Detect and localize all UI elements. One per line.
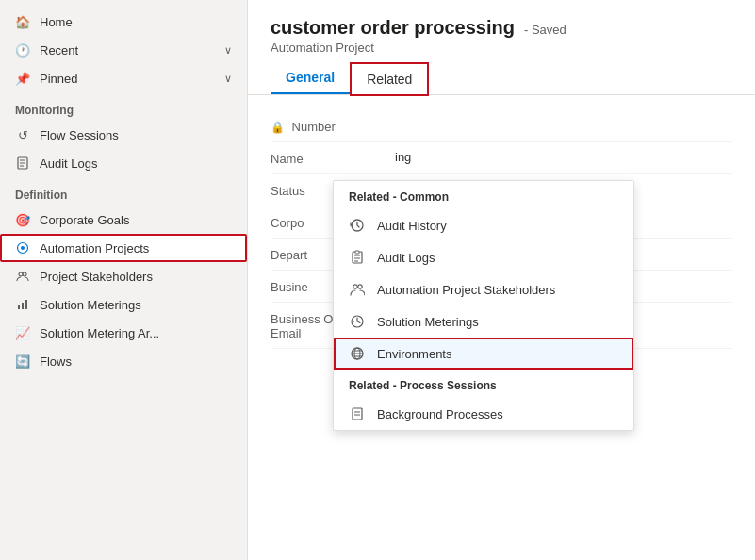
home-icon: 🏠 [15, 14, 30, 29]
main-header: customer order processing - Saved Automa… [248, 0, 755, 95]
dropdown-label-environments: Environments [377, 347, 451, 361]
svg-point-18 [358, 285, 362, 288]
sidebar-item-corporate-goals[interactable]: 🎯 Corporate Goals [0, 206, 247, 234]
sidebar-item-solution-metering-ar[interactable]: 📈 Solution Metering Ar... [0, 319, 247, 347]
solution-meterings-dd-icon [349, 313, 366, 330]
lock-icon: 🔒 [271, 121, 285, 134]
form-label-number: 🔒 Number [271, 118, 384, 134]
dropdown-label-audit-logs: Audit Logs [377, 251, 435, 265]
svg-point-5 [21, 246, 25, 250]
recent-icon: 🕐 [15, 42, 30, 58]
dropdown-label-audit-history: Audit History [377, 219, 447, 233]
sidebar-item-home[interactable]: 🏠 Home [0, 8, 247, 36]
dropdown-label-solution-meterings: Solution Meterings [377, 315, 479, 329]
svg-point-17 [353, 285, 357, 288]
sidebar-label-audit-logs: Audit Logs [40, 156, 232, 171]
project-stakeholders-icon [15, 269, 30, 284]
page-subtitle: Automation Project [271, 41, 732, 55]
audit-logs-dd-icon [349, 249, 366, 266]
svg-point-6 [19, 272, 23, 276]
form-area: 🔒 Number Name ing Status Corpo h Aut... … [248, 95, 755, 560]
sidebar-label-corporate-goals: Corporate Goals [40, 213, 232, 227]
main-content: customer order processing - Saved Automa… [248, 0, 755, 560]
form-value-name: ing [395, 150, 732, 164]
form-row-number: 🔒 Number [271, 110, 732, 142]
svg-rect-10 [25, 300, 27, 309]
dropdown-item-automation-project-stakeholders[interactable]: Automation Project Stakeholders [334, 273, 633, 305]
form-label-name: Name [271, 150, 384, 166]
sidebar-item-flows[interactable]: 🔄 Flows [0, 347, 247, 375]
dropdown-item-audit-history[interactable]: Audit History [334, 209, 633, 241]
sidebar: 🏠 Home 🕐 Recent ∨ 📌 Pinned ∨ Monitoring … [0, 0, 248, 560]
dropdown-item-environments[interactable]: Environments [334, 338, 633, 370]
sidebar-item-solution-meterings[interactable]: Solution Meterings [0, 290, 247, 319]
environments-icon [349, 345, 366, 362]
sidebar-item-automation-projects[interactable]: Automation Projects [0, 234, 247, 262]
sidebar-label-solution-meterings: Solution Meterings [40, 298, 232, 312]
dropdown-item-solution-meterings[interactable]: Solution Meterings [334, 305, 633, 338]
sidebar-label-flow-sessions: Flow Sessions [40, 128, 232, 142]
related-dropdown: Related - Common Audit History [333, 180, 634, 431]
solution-metering-ar-icon: 📈 [15, 325, 30, 340]
svg-rect-8 [18, 305, 20, 309]
flow-sessions-icon: ↺ [15, 127, 30, 142]
pinned-icon: 📌 [15, 71, 30, 86]
tab-related[interactable]: Related [350, 62, 429, 96]
recent-chevron-icon: ∨ [224, 44, 232, 57]
solution-meterings-icon [15, 297, 30, 312]
pinned-chevron-icon: ∨ [224, 73, 232, 85]
dropdown-section-common-header: Related - Common [334, 181, 633, 209]
sidebar-label-recent: Recent [40, 43, 215, 58]
dropdown-item-audit-logs[interactable]: Audit Logs [334, 241, 633, 273]
audit-logs-icon [15, 156, 30, 171]
background-processes-icon [349, 405, 366, 422]
sidebar-label-solution-metering-ar: Solution Metering Ar... [40, 326, 232, 340]
svg-rect-9 [22, 303, 24, 309]
sidebar-item-recent[interactable]: 🕐 Recent ∨ [0, 36, 247, 64]
monitoring-section-header: Monitoring [0, 92, 247, 121]
flows-icon: 🔄 [15, 354, 30, 369]
sidebar-label-home: Home [40, 15, 232, 29]
sidebar-item-flow-sessions[interactable]: ↺ Flow Sessions [0, 121, 247, 149]
automation-projects-icon [15, 240, 30, 255]
corporate-goals-icon: 🎯 [15, 212, 30, 227]
audit-history-icon [349, 217, 366, 234]
dropdown-label-ap-stakeholders: Automation Project Stakeholders [377, 283, 555, 297]
dropdown-section-process-header: Related - Process Sessions [334, 370, 633, 398]
dropdown-label-background-processes: Background Processes [377, 407, 503, 421]
definition-section-header: Definition [0, 177, 247, 206]
sidebar-item-audit-logs[interactable]: Audit Logs [0, 149, 247, 177]
page-title: customer order processing [271, 17, 515, 39]
sidebar-label-project-stakeholders: Project Stakeholders [40, 270, 232, 284]
sidebar-label-automation-projects: Automation Projects [40, 241, 232, 255]
saved-status: - Saved [524, 23, 566, 37]
sidebar-item-pinned[interactable]: 📌 Pinned ∨ [0, 64, 247, 92]
tab-general[interactable]: General [271, 62, 350, 94]
svg-point-7 [23, 272, 26, 276]
form-row-name: Name ing [271, 142, 732, 174]
svg-rect-16 [355, 251, 359, 254]
ap-stakeholders-icon [349, 281, 366, 298]
tabs-row: General Related [271, 62, 732, 94]
dropdown-item-background-processes[interactable]: Background Processes [334, 398, 633, 430]
sidebar-label-pinned: Pinned [40, 72, 215, 86]
sidebar-label-flows: Flows [40, 354, 232, 369]
svg-rect-26 [353, 408, 362, 420]
sidebar-item-project-stakeholders[interactable]: Project Stakeholders [0, 262, 247, 290]
